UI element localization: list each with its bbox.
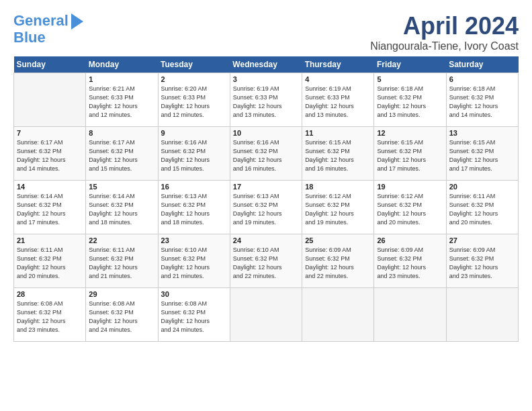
header: General Blue April 2024 Niangourala-Tien…	[13, 12, 519, 52]
day-cell	[446, 288, 518, 342]
day-number: 26	[377, 236, 443, 244]
day-cell: 11Sunrise: 6:15 AM Sunset: 6:32 PM Dayli…	[302, 127, 374, 181]
day-info: Sunrise: 6:09 AM Sunset: 6:32 PM Dayligh…	[377, 246, 443, 281]
day-info: Sunrise: 6:15 AM Sunset: 6:32 PM Dayligh…	[377, 138, 443, 173]
day-cell: 13Sunrise: 6:15 AM Sunset: 6:32 PM Dayli…	[446, 127, 518, 181]
day-number: 4	[305, 75, 371, 83]
header-row: Sunday Monday Tuesday Wednesday Thursday…	[14, 56, 519, 73]
day-number: 10	[233, 129, 299, 137]
day-number: 24	[233, 236, 299, 244]
day-info: Sunrise: 6:18 AM Sunset: 6:32 PM Dayligh…	[449, 85, 515, 120]
day-info: Sunrise: 6:08 AM Sunset: 6:32 PM Dayligh…	[161, 300, 227, 334]
day-cell: 28Sunrise: 6:08 AM Sunset: 6:32 PM Dayli…	[14, 288, 86, 342]
day-info: Sunrise: 6:14 AM Sunset: 6:32 PM Dayligh…	[17, 192, 83, 227]
page: General Blue April 2024 Niangourala-Tien…	[0, 0, 532, 349]
day-number: 5	[377, 75, 443, 83]
day-info: Sunrise: 6:20 AM Sunset: 6:33 PM Dayligh…	[161, 85, 227, 120]
day-number: 14	[17, 183, 83, 191]
day-number: 16	[161, 183, 227, 191]
day-number: 2	[161, 75, 227, 83]
day-cell: 25Sunrise: 6:09 AM Sunset: 6:32 PM Dayli…	[302, 234, 374, 288]
day-number: 21	[17, 236, 83, 244]
day-cell: 12Sunrise: 6:15 AM Sunset: 6:32 PM Dayli…	[374, 127, 446, 181]
day-info: Sunrise: 6:09 AM Sunset: 6:32 PM Dayligh…	[305, 246, 371, 281]
day-info: Sunrise: 6:18 AM Sunset: 6:32 PM Dayligh…	[377, 85, 443, 120]
day-number: 17	[233, 183, 299, 191]
day-cell: 14Sunrise: 6:14 AM Sunset: 6:32 PM Dayli…	[14, 181, 86, 234]
day-cell: 24Sunrise: 6:10 AM Sunset: 6:32 PM Dayli…	[230, 234, 302, 288]
col-monday: Monday	[86, 56, 158, 73]
day-cell: 3Sunrise: 6:19 AM Sunset: 6:33 PM Daylig…	[230, 73, 302, 127]
day-cell: 17Sunrise: 6:13 AM Sunset: 6:32 PM Dayli…	[230, 181, 302, 234]
day-cell: 21Sunrise: 6:11 AM Sunset: 6:32 PM Dayli…	[14, 234, 86, 288]
day-cell: 19Sunrise: 6:12 AM Sunset: 6:32 PM Dayli…	[374, 181, 446, 234]
day-info: Sunrise: 6:13 AM Sunset: 6:32 PM Dayligh…	[161, 192, 227, 227]
day-info: Sunrise: 6:12 AM Sunset: 6:32 PM Dayligh…	[305, 192, 371, 227]
day-number: 20	[449, 183, 515, 191]
day-number: 30	[161, 290, 227, 298]
day-number: 3	[233, 75, 299, 83]
day-info: Sunrise: 6:19 AM Sunset: 6:33 PM Dayligh…	[305, 85, 371, 120]
logo-arrow-icon	[71, 13, 83, 30]
day-number: 23	[161, 236, 227, 244]
day-cell: 29Sunrise: 6:08 AM Sunset: 6:32 PM Dayli…	[86, 288, 158, 342]
week-row-5: 28Sunrise: 6:08 AM Sunset: 6:32 PM Dayli…	[14, 288, 519, 342]
day-info: Sunrise: 6:11 AM Sunset: 6:32 PM Dayligh…	[89, 246, 154, 281]
day-cell: 10Sunrise: 6:16 AM Sunset: 6:32 PM Dayli…	[230, 127, 302, 181]
day-info: Sunrise: 6:11 AM Sunset: 6:32 PM Dayligh…	[449, 192, 515, 227]
day-cell: 22Sunrise: 6:11 AM Sunset: 6:32 PM Dayli…	[86, 234, 158, 288]
day-info: Sunrise: 6:13 AM Sunset: 6:32 PM Dayligh…	[233, 192, 299, 227]
week-row-2: 7Sunrise: 6:17 AM Sunset: 6:32 PM Daylig…	[14, 127, 519, 181]
col-wednesday: Wednesday	[230, 56, 302, 73]
day-number: 25	[305, 236, 371, 244]
day-info: Sunrise: 6:15 AM Sunset: 6:32 PM Dayligh…	[305, 138, 371, 173]
day-cell: 2Sunrise: 6:20 AM Sunset: 6:33 PM Daylig…	[158, 73, 230, 127]
calendar-table: Sunday Monday Tuesday Wednesday Thursday…	[13, 56, 519, 342]
day-cell: 15Sunrise: 6:14 AM Sunset: 6:32 PM Dayli…	[86, 181, 158, 234]
day-cell: 7Sunrise: 6:17 AM Sunset: 6:32 PM Daylig…	[14, 127, 86, 181]
day-cell: 23Sunrise: 6:10 AM Sunset: 6:32 PM Dayli…	[158, 234, 230, 288]
col-friday: Friday	[374, 56, 446, 73]
day-number: 11	[305, 129, 371, 137]
title-block: April 2024 Niangourala-Tiene, Ivory Coas…	[370, 12, 519, 52]
day-info: Sunrise: 6:11 AM Sunset: 6:32 PM Dayligh…	[17, 246, 83, 281]
day-cell: 9Sunrise: 6:16 AM Sunset: 6:32 PM Daylig…	[158, 127, 230, 181]
day-info: Sunrise: 6:17 AM Sunset: 6:32 PM Dayligh…	[17, 138, 83, 173]
day-number: 13	[449, 129, 515, 137]
day-info: Sunrise: 6:08 AM Sunset: 6:32 PM Dayligh…	[89, 300, 154, 334]
day-cell: 6Sunrise: 6:18 AM Sunset: 6:32 PM Daylig…	[446, 73, 518, 127]
day-number: 15	[89, 183, 154, 191]
week-row-1: 1Sunrise: 6:21 AM Sunset: 6:33 PM Daylig…	[14, 73, 519, 127]
day-cell: 1Sunrise: 6:21 AM Sunset: 6:33 PM Daylig…	[86, 73, 158, 127]
logo: General Blue	[13, 12, 83, 46]
day-info: Sunrise: 6:08 AM Sunset: 6:32 PM Dayligh…	[17, 300, 83, 334]
day-info: Sunrise: 6:10 AM Sunset: 6:32 PM Dayligh…	[233, 246, 299, 281]
day-number: 9	[161, 129, 227, 137]
day-info: Sunrise: 6:15 AM Sunset: 6:32 PM Dayligh…	[449, 138, 515, 173]
day-info: Sunrise: 6:09 AM Sunset: 6:32 PM Dayligh…	[449, 246, 515, 281]
day-info: Sunrise: 6:16 AM Sunset: 6:32 PM Dayligh…	[233, 138, 299, 173]
day-cell: 26Sunrise: 6:09 AM Sunset: 6:32 PM Dayli…	[374, 234, 446, 288]
day-cell: 20Sunrise: 6:11 AM Sunset: 6:32 PM Dayli…	[446, 181, 518, 234]
day-number: 22	[89, 236, 154, 244]
day-info: Sunrise: 6:21 AM Sunset: 6:33 PM Dayligh…	[89, 85, 154, 120]
day-cell	[14, 73, 86, 127]
main-title: April 2024	[370, 12, 519, 40]
day-info: Sunrise: 6:12 AM Sunset: 6:32 PM Dayligh…	[377, 192, 443, 227]
day-info: Sunrise: 6:16 AM Sunset: 6:32 PM Dayligh…	[161, 138, 227, 173]
day-cell	[230, 288, 302, 342]
day-cell: 18Sunrise: 6:12 AM Sunset: 6:32 PM Dayli…	[302, 181, 374, 234]
day-number: 18	[305, 183, 371, 191]
day-info: Sunrise: 6:10 AM Sunset: 6:32 PM Dayligh…	[161, 246, 227, 281]
col-saturday: Saturday	[446, 56, 518, 73]
day-number: 29	[89, 290, 154, 298]
day-number: 19	[377, 183, 443, 191]
day-cell: 5Sunrise: 6:18 AM Sunset: 6:32 PM Daylig…	[374, 73, 446, 127]
week-row-3: 14Sunrise: 6:14 AM Sunset: 6:32 PM Dayli…	[14, 181, 519, 234]
day-cell: 27Sunrise: 6:09 AM Sunset: 6:32 PM Dayli…	[446, 234, 518, 288]
day-number: 8	[89, 129, 154, 137]
col-sunday: Sunday	[14, 56, 86, 73]
day-number: 12	[377, 129, 443, 137]
day-info: Sunrise: 6:14 AM Sunset: 6:32 PM Dayligh…	[89, 192, 154, 227]
day-cell: 30Sunrise: 6:08 AM Sunset: 6:32 PM Dayli…	[158, 288, 230, 342]
